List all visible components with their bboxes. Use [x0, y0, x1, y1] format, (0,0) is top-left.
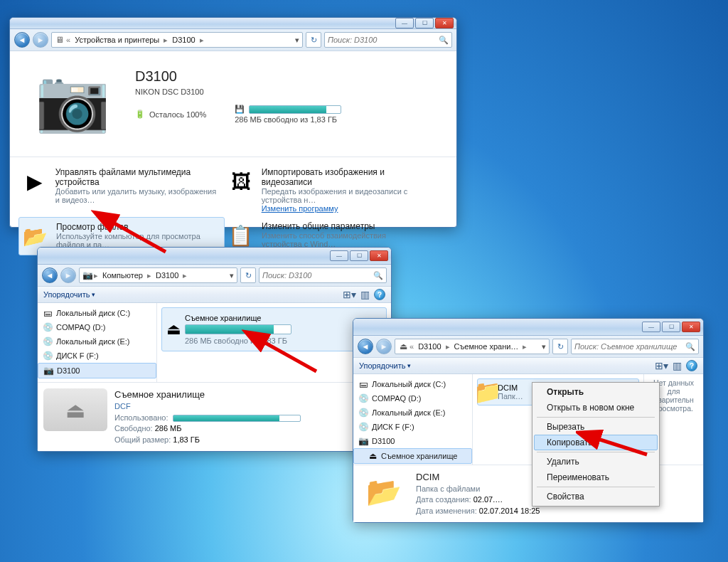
breadcrumb-computer[interactable]: Компьютер	[100, 268, 146, 282]
refresh-button[interactable]: ↻	[306, 32, 321, 48]
view-options-button[interactable]: ⊞▾	[343, 289, 356, 300]
breadcrumb-d3100[interactable]: D3100	[153, 268, 181, 282]
ctx-separator	[537, 487, 655, 487]
breadcrumb-removable[interactable]: Съемное храни…	[451, 339, 522, 354]
search-icon: 🔍	[373, 271, 383, 280]
back-button[interactable]: ◄	[42, 267, 58, 283]
ctx-copy[interactable]: Копировать	[534, 435, 658, 450]
toolbar: Упорядочить▾ ⊞▾ ▥ ?	[353, 358, 703, 374]
item-subtitle: 286 МБ свободно из 1,83 ГБ	[185, 336, 291, 345]
change-program-link[interactable]: Изменить программу	[262, 204, 428, 213]
ctx-open[interactable]: Открыть	[534, 384, 658, 400]
used-label: Использовано:	[114, 413, 168, 423]
preview-pane-button[interactable]: ▥	[360, 289, 370, 300]
total-label: Общий размер:	[114, 435, 171, 444]
tree-disk-d[interactable]: COMPAQ (D:)	[38, 320, 156, 334]
tree-disk-e[interactable]: Локальный диск (E:)	[353, 405, 472, 420]
refresh-button[interactable]: ↻	[240, 267, 256, 283]
device-subtitle: NIKON DSC D3100	[135, 88, 341, 96]
breadcrumb-d3100[interactable]: D3100	[169, 33, 198, 47]
detail-type: Папка с файлами	[416, 484, 540, 494]
help-button[interactable]: ?	[686, 360, 697, 371]
ctx-open-new-window[interactable]: Открыть в новом окне	[534, 400, 658, 415]
tree-disk-c[interactable]: Локальный диск (C:)	[38, 306, 156, 320]
tree-disk-d[interactable]: COMPAQ (D:)	[353, 391, 472, 405]
tree-label: COMPAQ (D:)	[56, 323, 105, 332]
tree-removable[interactable]: Съемное хранилище	[353, 448, 472, 464]
forward-button[interactable]: ►	[33, 32, 48, 48]
tree-label: COMPAQ (D:)	[372, 394, 421, 403]
refresh-button[interactable]: ↻	[552, 339, 568, 354]
organize-menu[interactable]: Упорядочить▾	[359, 361, 411, 370]
chevron-down-icon: ▾	[407, 362, 411, 369]
tree-label: ДИСК F (F:)	[372, 423, 414, 431]
help-button[interactable]: ?	[374, 289, 385, 300]
task-title: Импортировать изображения и видеозаписи	[262, 167, 428, 187]
close-button[interactable]	[435, 18, 454, 28]
detail-title: Съемное хранилище	[114, 388, 301, 401]
ctx-properties[interactable]: Свойства	[534, 489, 658, 504]
ctx-separator	[537, 417, 655, 418]
tree-disk-c[interactable]: Локальный диск (C:)	[353, 377, 472, 391]
minimize-button[interactable]	[395, 18, 414, 28]
toolbar: Упорядочить▾ ⊞▾ ▥ ?	[38, 287, 391, 303]
breadcrumb[interactable]: 🖥 « Устройства и принтеры ▸ D3100 ▸ ▾	[51, 32, 303, 48]
breadcrumb-dropdown[interactable]: ▾	[294, 36, 301, 45]
search-input[interactable]	[328, 36, 436, 44]
minimize-button[interactable]	[330, 250, 348, 261]
breadcrumb[interactable]: 📷 ▸ Компьютер ▸ D3100 ▸ ▾	[79, 267, 237, 283]
forward-button[interactable]: ►	[376, 339, 392, 354]
search-box[interactable]: 🔍	[571, 339, 699, 354]
breadcrumb-dropdown[interactable]: ▾	[228, 271, 235, 280]
task-import-photos[interactable]: 🖼 Импортировать изображения и видеозапис…	[225, 163, 431, 217]
folder-subtitle: Папк…	[498, 392, 523, 401]
tree-disk-f[interactable]: ДИСК F (F:)	[38, 349, 156, 363]
tree-disk-e[interactable]: Локальный диск (E:)	[38, 334, 156, 349]
search-box[interactable]: 🔍	[259, 267, 387, 283]
maximize-button[interactable]	[415, 18, 434, 28]
back-button[interactable]: ◄	[358, 339, 373, 354]
address-bar: ◄ ► 🖥 « Устройства и принтеры ▸ D3100 ▸ …	[10, 29, 456, 51]
import-icon: 🖼	[228, 167, 255, 196]
organize-menu[interactable]: Упорядочить▾	[43, 290, 95, 299]
preview-pane-button[interactable]: ▥	[673, 360, 682, 371]
maximize-button[interactable]	[350, 250, 368, 261]
breadcrumb-dropdown[interactable]: ▾	[540, 342, 547, 351]
forward-button[interactable]: ►	[60, 267, 76, 283]
ctx-rename[interactable]: Переименовать	[534, 470, 658, 485]
nav-tree: Локальный диск (C:) COMPAQ (D:) Локальны…	[38, 303, 157, 382]
folder-icon	[482, 386, 493, 398]
task-manage-media[interactable]: ▶ Управлять файлами мультимедиа устройст…	[18, 163, 225, 217]
close-button[interactable]	[682, 322, 700, 332]
close-button[interactable]	[370, 250, 388, 261]
search-input[interactable]	[262, 271, 370, 280]
ctx-delete[interactable]: Удалить	[534, 454, 658, 470]
free-value: 286 МБ	[155, 424, 182, 433]
search-box[interactable]: 🔍	[324, 32, 452, 48]
context-menu: Открыть Открыть в новом окне Вырезать Ко…	[532, 382, 660, 507]
task-subtitle: Добавить или удалить музыку, изображения…	[55, 187, 222, 204]
location-icon: 🖥	[53, 34, 65, 46]
created-value: 02.07.…	[473, 495, 503, 504]
tree-device-d3100[interactable]: D3100	[353, 434, 472, 448]
search-icon: 🔍	[685, 342, 695, 351]
ctx-cut[interactable]: Вырезать	[534, 419, 658, 435]
task-subtitle: Передать изображения и видеозаписи с уст…	[262, 187, 428, 204]
minimize-button[interactable]	[642, 322, 660, 332]
sd-card-icon: 💾	[235, 105, 245, 114]
breadcrumb-devices[interactable]: Устройства и принтеры	[72, 33, 162, 47]
tasks-panel: ▶ Управлять файлами мультимедиа устройст…	[10, 157, 456, 261]
maximize-button[interactable]	[662, 322, 680, 332]
tree-device-d3100[interactable]: D3100	[38, 363, 156, 378]
breadcrumb-d3100[interactable]: D3100	[415, 339, 444, 354]
breadcrumb[interactable]: ⏏ « D3100 ▸ Съемное храни… ▸ ▾	[395, 339, 550, 354]
search-input[interactable]	[574, 342, 682, 351]
address-bar: ◄ ► ⏏ « D3100 ▸ Съемное храни… ▸ ▾ ↻ 🔍	[353, 336, 703, 358]
tree-label: Локальный диск (E:)	[372, 408, 446, 417]
back-button[interactable]: ◄	[14, 32, 30, 48]
tree-disk-f[interactable]: ДИСК F (F:)	[353, 420, 472, 434]
disk-icon	[358, 378, 369, 390]
tree-label: Локальный диск (C:)	[56, 309, 130, 317]
titlebar	[353, 319, 703, 336]
view-options-button[interactable]: ⊞▾	[655, 360, 668, 371]
